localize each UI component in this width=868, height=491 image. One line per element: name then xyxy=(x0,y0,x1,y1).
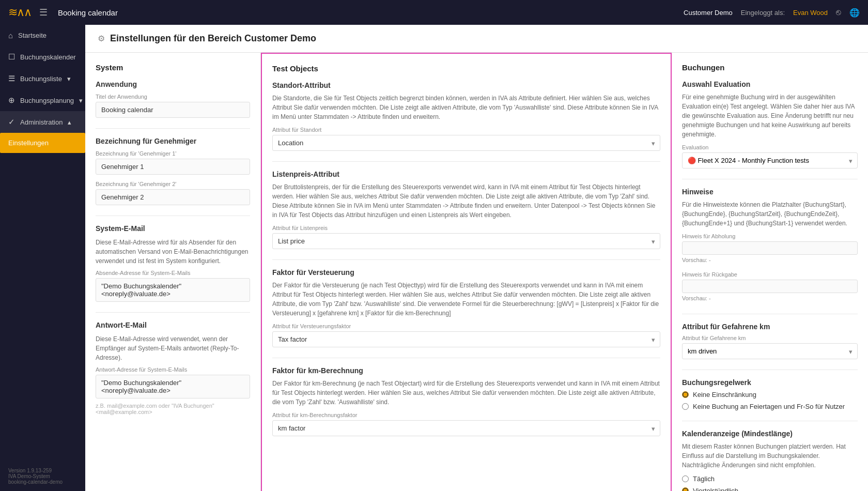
regelwerk-radio-2[interactable] xyxy=(682,403,689,410)
content-area: System Anwendung Titel der Anwendung Boo… xyxy=(85,53,868,491)
km-select[interactable]: km factor xyxy=(272,420,660,436)
page-title: Booking calendar xyxy=(58,8,684,17)
kalender-label-taeglich: Täglich xyxy=(693,475,715,483)
versteuerung-select[interactable]: Tax factor xyxy=(272,331,660,347)
standort-desc: Die Standorte, die Sie für Test Objects … xyxy=(272,94,660,121)
page-header: ⚙ Einstellungen für den Bereich Customer… xyxy=(85,25,868,53)
kalender-title: Kalenderanzeige (Mindestlänge) xyxy=(682,429,858,438)
abholung-label: Hinweis für Abholung xyxy=(682,233,858,239)
language-icon[interactable]: 🌐 xyxy=(849,8,860,18)
system-text: IVA Demo-System xyxy=(8,473,77,479)
regelwerk-label-1: Keine Einschränkung xyxy=(693,391,756,398)
logo-icon: ≋∧∧ xyxy=(8,6,31,19)
kalender-option-viertel[interactable]: Viertelstündlich xyxy=(682,487,858,491)
antwort-email-section: Antwort-E-Mail Diese E-Mail-Adresse wird… xyxy=(96,321,250,415)
standort-select[interactable]: Location xyxy=(272,135,660,151)
sidebar-item-label: Buchungskalender xyxy=(20,53,76,61)
genehmiger2-label: Bezeichnung für 'Genehmiger 2' xyxy=(96,181,250,187)
km-section: Faktor für km-Berechnung Der Faktor für … xyxy=(272,366,660,436)
sidebar-item-buchungsliste[interactable]: ☰ Buchungsliste ▾ xyxy=(0,68,85,89)
sidebar-item-label: Buchungsplanung xyxy=(20,97,74,104)
admin-icon: ✓ xyxy=(8,117,15,127)
home-icon: ⌂ xyxy=(8,31,13,40)
eval-select[interactable]: 🔴 Fleet X 2024 - Monthly Function tests xyxy=(682,152,858,168)
listenpreis-desc: Der Bruttolistenpreis, der für die Erste… xyxy=(272,182,660,220)
listenpreis-select-wrap[interactable]: List price xyxy=(272,233,660,249)
sidebar-item-startseite[interactable]: ⌂ Startseite xyxy=(0,25,85,46)
km-subtitle: Faktor für km-Berechnung xyxy=(272,366,660,375)
standort-select-wrap[interactable]: Location xyxy=(272,135,660,151)
genehmiger-section: Bezeichnung für Genehmiger Bezeichnung f… xyxy=(96,137,250,205)
kalender-desc: Mit diesem Raster können Buchungen platz… xyxy=(682,442,858,470)
listenpreis-section: Listenpreis-Attribut Der Bruttolistenpre… xyxy=(272,170,660,249)
gefahrene-km-select[interactable]: km driven xyxy=(682,343,858,359)
gefahrene-km-label: Attribut für Gefahrene km xyxy=(682,335,858,341)
km-select-label: Attribut für km-Berechnungsfaktor xyxy=(272,412,660,418)
regelwerk-radio-1[interactable] xyxy=(682,391,689,398)
regelwerk-section: Buchungsregelwerk Keine Einschränkung Ke… xyxy=(682,378,858,410)
versteuerung-select-wrap[interactable]: Tax factor xyxy=(272,331,660,347)
regelwerk-option-2[interactable]: Keine Buchung an Feiertagen und Fr-So fü… xyxy=(682,403,858,410)
regelwerk-label-2: Keine Buchung an Feiertagen und Fr-So fü… xyxy=(693,403,845,410)
rueckgabe-area: Hinweis für Rückgabe Vorschau: - xyxy=(682,271,858,303)
system-email-section: System-E-Mail Diese E-Mail-Adresse wird … xyxy=(96,224,250,302)
kalender-section: Kalenderanzeige (Mindestlänge) Mit diese… xyxy=(682,429,858,491)
abholung-input[interactable] xyxy=(682,241,858,255)
versteuerung-subtitle: Faktor für Versteuerung xyxy=(272,268,660,277)
versteuerung-select-label: Attribut für Versteuerungsfaktor xyxy=(272,323,660,329)
km-select-wrap[interactable]: km factor xyxy=(272,420,660,436)
regelwerk-title: Buchungsregelwerk xyxy=(682,378,858,387)
kalender-radio-taeglich[interactable] xyxy=(682,475,689,482)
antwort-email-label: Antwort-Adresse für System-E-Mails xyxy=(96,366,250,373)
buchungen-column: Buchungen Auswahl Evaluation Für eine ge… xyxy=(672,53,868,491)
hinweise-desc: Für die Hinweistexte können die Platzhal… xyxy=(682,200,858,228)
chevron-down-icon: ▾ xyxy=(67,75,71,83)
antwort-email-title: Antwort-E-Mail xyxy=(96,321,250,329)
versteuerung-desc: Der Faktor für die Versteuerung (je nach… xyxy=(272,281,660,318)
sidebar-item-einstellungen[interactable]: Einstellungen xyxy=(0,133,85,153)
logout-icon[interactable]: ⎋ xyxy=(836,8,841,17)
antwort-email-value: "Demo Buchungskalender" <noreply@ivaluat… xyxy=(96,375,250,398)
vorschau1: Vorschau: - xyxy=(682,255,858,265)
hinweise-title: Hinweise xyxy=(682,188,858,196)
sidebar: ⌂ Startseite ☐ Buchungskalender ☰ Buchun… xyxy=(0,25,85,491)
buchungen-title: Buchungen xyxy=(682,63,858,72)
sidebar-item-label: Einstellungen xyxy=(8,139,49,147)
listenpreis-select[interactable]: List price xyxy=(272,233,660,249)
sidebar-version: Version 1.9.13-259 IVA Demo-System booki… xyxy=(0,462,85,491)
listenpreis-select-label: Attribut für Listenpreis xyxy=(272,225,660,231)
sidebar-item-buchungsplanung[interactable]: ⊕ Buchungsplanung ▾ xyxy=(0,89,85,111)
user-name: Evan Wood xyxy=(793,9,828,17)
sidebar-item-administration[interactable]: ✓ Administration ▴ xyxy=(0,111,85,133)
rueckgabe-input[interactable] xyxy=(682,280,858,293)
abholung-area: Hinweis für Abholung Vorschau: - xyxy=(682,233,858,265)
system-title: System xyxy=(96,63,250,72)
menu-icon[interactable]: ☰ xyxy=(39,7,48,18)
anwendung-section: Anwendung Titel der Anwendung Booking ca… xyxy=(96,80,250,118)
eval-label: Evaluation xyxy=(682,144,858,150)
kalender-option-taeglich[interactable]: Täglich xyxy=(682,475,858,483)
system-column: System Anwendung Titel der Anwendung Boo… xyxy=(85,53,261,491)
regelwerk-option-1[interactable]: Keine Einschränkung xyxy=(682,391,858,398)
system-email-desc: Diese E-Mail-Adresse wird für als Absend… xyxy=(96,238,250,266)
chevron-down-icon: ▾ xyxy=(79,97,83,104)
vorschau2: Vorschau: - xyxy=(682,293,858,303)
topbar: ≋∧∧ ☰ Booking calendar Customer Demo Ein… xyxy=(0,0,868,25)
gefahrene-km-select-wrap[interactable]: km driven xyxy=(682,343,858,359)
antwort-email-desc: Diese E-Mail-Adresse wird verwendet, wen… xyxy=(96,334,250,362)
kalender-radio-viertel[interactable] xyxy=(682,487,689,491)
chevron-up-icon: ▴ xyxy=(68,118,71,126)
customer-label: Customer Demo xyxy=(684,9,733,17)
gefahrene-km-section: Attribut für Gefahrene km Attribut für G… xyxy=(682,323,858,359)
versteuerung-section: Faktor für Versteuerung Der Faktor für d… xyxy=(272,268,660,347)
sidebar-item-buchungskalender[interactable]: ☐ Buchungskalender xyxy=(0,46,85,68)
antwort-email-placeholder: z.B. mail@example.com oder "IVA Buchunge… xyxy=(96,403,250,415)
main-content: ⚙ Einstellungen für den Bereich Customer… xyxy=(85,25,868,491)
anwendung-value: Booking calendar xyxy=(96,102,250,118)
standort-select-label: Attribut für Standort xyxy=(272,127,660,133)
system-email-label: Absende-Adresse für System-E-Mails xyxy=(96,270,250,276)
demo-text: booking-calendar-demo xyxy=(8,479,77,485)
eval-select-wrap[interactable]: 🔴 Fleet X 2024 - Monthly Function tests xyxy=(682,152,858,168)
auswahl-eval-section: Auswahl Evaluation Für eine genehmigte B… xyxy=(682,80,858,168)
version-text: Version 1.9.13-259 xyxy=(8,468,77,473)
